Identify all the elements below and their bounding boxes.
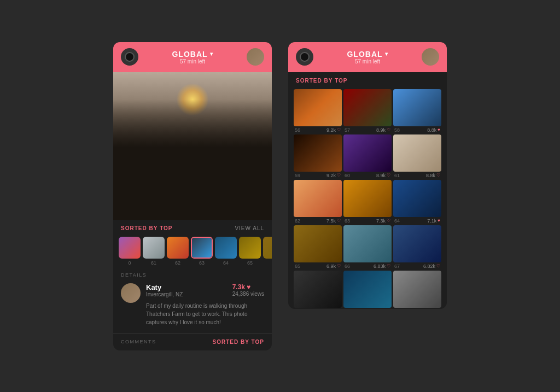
grid-photo-64[interactable] [393, 180, 441, 217]
table-row: 65 6.9k ♡ [294, 225, 342, 269]
grid-info-57: 57 8.9k ♡ [343, 127, 392, 133]
left-header: GLOBAL ▾ 57 min left [113, 42, 272, 72]
thumb-num-63: 63 [199, 260, 205, 266]
right-header-center: GLOBAL ▾ 57 min left [347, 50, 388, 65]
screens-container: GLOBAL ▾ 57 min left SORTED BY TOP VIEW … [102, 31, 458, 361]
table-row: 61 8.8k ♡ [393, 134, 441, 178]
grid-photo-63[interactable] [343, 180, 392, 217]
list-item: 62 [167, 237, 189, 266]
comments-label: COMMENTS [121, 339, 156, 344]
thumb-61[interactable] [143, 237, 165, 259]
grid-info-62: 62 7.5k ♡ [294, 218, 342, 224]
grid-photo-57[interactable] [343, 89, 392, 126]
header-subtitle: 57 min left [172, 58, 213, 65]
table-row: 66 6.83k ♡ [343, 225, 392, 269]
details-section: DETAILS Katy Invercargill, NZ 7.3k ♥ [113, 266, 272, 333]
thumb-62[interactable] [167, 237, 189, 259]
view-all-button[interactable]: VIEW ALL [235, 225, 264, 231]
grid-info-67: 67 6.82k ♡ [393, 264, 441, 269]
table-row: 58 8.8k ♥ [393, 89, 441, 133]
sorted-bar: SORTED BY TOP VIEW ALL [113, 220, 272, 237]
hero-image [113, 72, 272, 220]
comments-sort-label: SORTED BY TOP [212, 339, 264, 345]
thumb-num-61: 61 [151, 260, 156, 266]
grid-info-61: 61 8.8k ♡ [393, 173, 441, 178]
right-header-title[interactable]: GLOBAL ▾ [347, 50, 388, 58]
thumb-6[interactable] [263, 237, 272, 259]
details-label: DETAILS [121, 272, 264, 278]
list-item: 64 [215, 237, 237, 266]
grid-photo-56[interactable] [294, 89, 342, 126]
grid-photo-66[interactable] [343, 225, 392, 262]
right-user-avatar[interactable] [422, 48, 439, 66]
thumb-num-0: 0 [128, 260, 131, 266]
table-row: 62 7.5k ♡ [294, 180, 342, 224]
right-header-subtitle: 57 min left [347, 58, 388, 65]
grid-info-64: 64 7.1k ♥ [393, 218, 441, 224]
grid-photo-extra1[interactable] [294, 271, 342, 308]
grid-photo-extra3[interactable] [393, 271, 441, 308]
table-row: 63 7.3k ♡ [343, 180, 392, 224]
grid-photo-extra2[interactable] [343, 271, 392, 308]
thumb-65[interactable] [239, 237, 261, 259]
camera-icon[interactable] [121, 48, 138, 66]
grid-photo-60[interactable] [343, 134, 392, 172]
photo-grid: 56 9.2k ♡ 57 8.9k ♡ 58 8.8k ♥ [288, 89, 447, 309]
heart-icon: ♥ [247, 283, 250, 291]
user-stats-col: 7.3k ♥ 24,386 views [232, 283, 264, 297]
camera-icon-right[interactable] [296, 48, 313, 66]
comments-bar: COMMENTS SORTED BY TOP [113, 333, 272, 350]
thumb-num-62: 62 [175, 260, 180, 266]
grid-sorted-bar: SORTED BY TOP [288, 72, 447, 89]
title-text: GLOBAL [172, 50, 207, 58]
table-row: 56 9.2k ♡ [294, 89, 342, 133]
right-panel: GLOBAL ▾ 57 min left SORTED BY TOP 56 9.… [288, 42, 447, 309]
thumb-0[interactable] [119, 237, 141, 259]
table-row: 64 7.1k ♥ [393, 180, 441, 224]
grid-info-56: 56 9.2k ♡ [294, 127, 342, 133]
header-center: GLOBAL ▾ 57 min left [172, 50, 213, 65]
grid-info-60: 60 8.9k ♡ [343, 173, 392, 178]
right-header: GLOBAL ▾ 57 min left [288, 42, 447, 72]
table-row: 59 9.2k ♡ [294, 134, 342, 178]
grid-photo-61[interactable] [393, 134, 441, 172]
table-row [393, 271, 441, 309]
chevron-down-icon: ▾ [210, 51, 213, 57]
thumb-64[interactable] [215, 237, 237, 259]
grid-photo-65[interactable] [294, 225, 342, 262]
user-description: Part of my daily routine is walking thro… [146, 302, 264, 326]
list-item: 6 [263, 237, 272, 266]
list-item: 65 [239, 237, 261, 266]
grid-photo-62[interactable] [294, 180, 342, 217]
user-avatar-small [121, 283, 141, 303]
user-row: Katy Invercargill, NZ 7.3k ♥ 24,386 view… [121, 283, 264, 326]
user-name: Katy [146, 283, 183, 291]
right-title-text: GLOBAL [347, 50, 382, 58]
user-location: Invercargill, NZ [146, 291, 183, 297]
thumbnail-strip: 0 61 62 63 64 65 [113, 237, 272, 266]
list-item: 61 [143, 237, 165, 266]
header-title[interactable]: GLOBAL ▾ [172, 50, 213, 58]
user-avatar[interactable] [247, 48, 264, 66]
grid-photo-67[interactable] [393, 225, 441, 262]
thumb-num-65: 65 [247, 260, 253, 266]
table-row [294, 271, 342, 309]
grid-photo-58[interactable] [393, 89, 441, 126]
sort-label: SORTED BY TOP [121, 225, 173, 231]
user-stat: 7.3k ♥ [232, 283, 264, 291]
thumb-63-active[interactable] [191, 237, 213, 259]
left-phone-screen: GLOBAL ▾ 57 min left SORTED BY TOP VIEW … [113, 42, 272, 350]
grid-sort-value[interactable]: TOP [335, 78, 347, 84]
table-row: 67 6.82k ♡ [393, 225, 441, 269]
chevron-down-icon-right: ▾ [385, 51, 388, 57]
grid-info-66: 66 6.83k ♡ [343, 264, 392, 269]
list-item: 0 [119, 237, 141, 266]
grid-photo-59[interactable] [294, 134, 342, 172]
user-name-row: Katy Invercargill, NZ 7.3k ♥ 24,386 view… [146, 283, 264, 297]
thumb-num-64: 64 [223, 260, 229, 266]
table-row: 60 8.9k ♡ [343, 134, 392, 178]
table-row [343, 271, 392, 309]
user-info: Katy Invercargill, NZ 7.3k ♥ 24,386 view… [146, 283, 264, 326]
grid-info-59: 59 9.2k ♡ [294, 173, 342, 178]
table-row: 57 8.9k ♡ [343, 89, 392, 133]
